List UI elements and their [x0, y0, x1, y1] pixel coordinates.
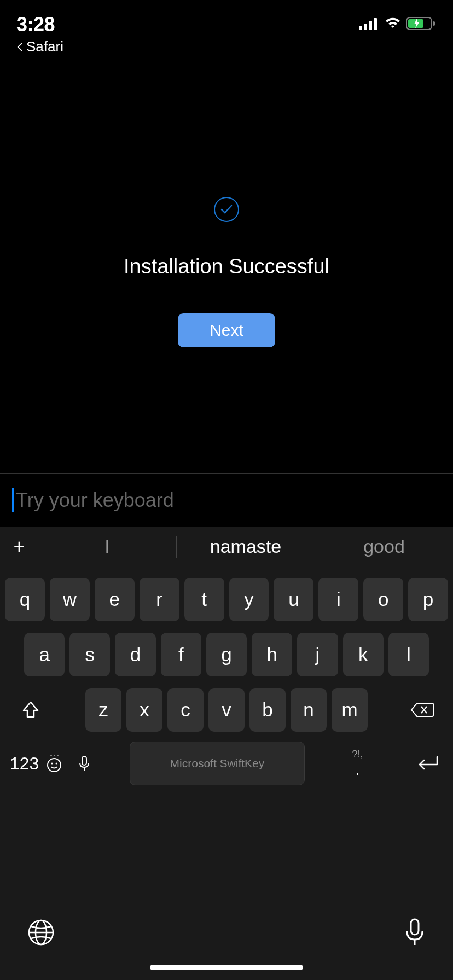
- key-h[interactable]: h: [252, 633, 292, 676]
- mic-small-key[interactable]: [78, 755, 90, 772]
- backspace-key[interactable]: [397, 688, 448, 732]
- home-indicator[interactable]: [150, 965, 303, 970]
- key-l[interactable]: l: [388, 633, 429, 676]
- suggestion-center[interactable]: namaste: [177, 527, 315, 567]
- key-e[interactable]: e: [95, 578, 135, 621]
- text-cursor: [12, 488, 14, 512]
- key-a[interactable]: a: [24, 633, 65, 676]
- key-t[interactable]: t: [184, 578, 224, 621]
- key-y[interactable]: y: [229, 578, 269, 621]
- shift-key[interactable]: [5, 688, 56, 732]
- key-z[interactable]: z: [85, 688, 121, 732]
- backspace-icon: [410, 701, 434, 719]
- emoji-icon: [47, 757, 62, 773]
- key-v[interactable]: v: [208, 688, 245, 732]
- svg-rect-15: [411, 919, 419, 935]
- spacebar[interactable]: Microsoft SwiftKey: [130, 742, 305, 785]
- key-d[interactable]: d: [115, 633, 155, 676]
- key-row-1: q w e r t y u i o p: [0, 578, 453, 621]
- key-row-2: a s d f g h j k l: [0, 633, 453, 676]
- main-content: Installation Successful Next: [0, 0, 453, 473]
- key-m[interactable]: m: [332, 688, 368, 732]
- globe-icon: [27, 919, 55, 946]
- emoji-key[interactable]: [47, 755, 62, 773]
- plus-button[interactable]: +: [0, 527, 38, 567]
- key-j[interactable]: j: [297, 633, 338, 676]
- success-check-icon: [214, 197, 239, 222]
- punctuation-key[interactable]: ?!, .: [344, 749, 371, 779]
- key-i[interactable]: i: [318, 578, 358, 621]
- svg-point-8: [51, 762, 53, 764]
- key-c[interactable]: c: [167, 688, 204, 732]
- key-n[interactable]: n: [291, 688, 327, 732]
- key-b[interactable]: b: [249, 688, 286, 732]
- key-k[interactable]: k: [343, 633, 384, 676]
- key-u[interactable]: u: [274, 578, 313, 621]
- svg-point-9: [56, 762, 57, 764]
- mic-small-icon: [78, 755, 90, 772]
- enter-icon: [414, 755, 439, 772]
- enter-key[interactable]: [410, 755, 443, 772]
- key-r[interactable]: r: [140, 578, 179, 621]
- key-f[interactable]: f: [161, 633, 201, 676]
- key-o[interactable]: o: [363, 578, 403, 621]
- key-row-3: z x c v b n m: [0, 688, 453, 732]
- svg-rect-10: [82, 756, 86, 765]
- suggestion-right[interactable]: good: [315, 527, 453, 567]
- next-button[interactable]: Next: [178, 313, 275, 347]
- key-g[interactable]: g: [206, 633, 247, 676]
- dictation-key[interactable]: [404, 918, 426, 949]
- numeric-key[interactable]: 123: [10, 754, 90, 774]
- key-w[interactable]: w: [50, 578, 90, 621]
- key-row-4: 123: [0, 742, 453, 785]
- key-s[interactable]: s: [69, 633, 110, 676]
- key-p[interactable]: p: [408, 578, 448, 621]
- shift-icon: [20, 699, 41, 720]
- keyboard: + I namaste good q w e r t y u i o p a s…: [0, 527, 453, 980]
- mic-icon: [404, 918, 426, 947]
- svg-point-7: [48, 759, 61, 772]
- suggestion-left[interactable]: I: [38, 527, 176, 567]
- suggestion-bar: + I namaste good: [0, 527, 453, 567]
- text-input-area[interactable]: Try your keyboard: [0, 473, 453, 527]
- globe-key[interactable]: [27, 919, 55, 948]
- key-x[interactable]: x: [126, 688, 162, 732]
- key-q[interactable]: q: [5, 578, 45, 621]
- input-placeholder: Try your keyboard: [16, 489, 174, 512]
- page-title: Installation Successful: [124, 255, 329, 278]
